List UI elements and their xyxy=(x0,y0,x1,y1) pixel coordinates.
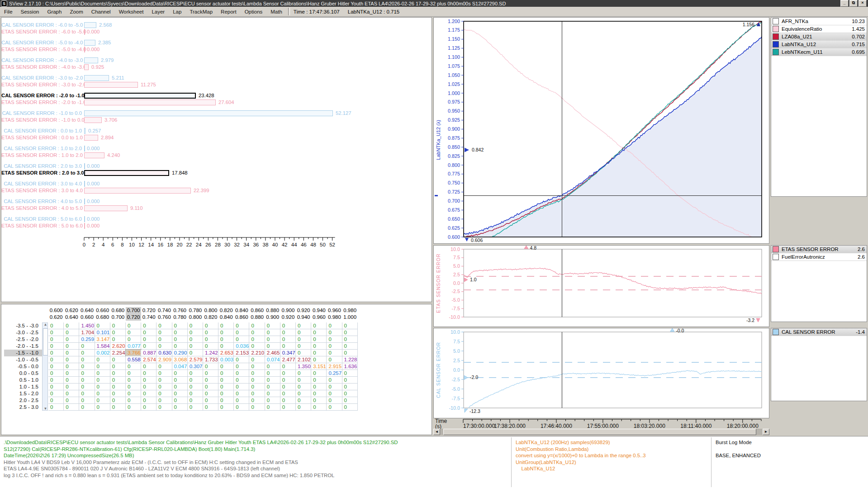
table-cell[interactable]: 0 xyxy=(249,363,265,370)
table-cell[interactable]: 0 xyxy=(157,404,172,411)
table-cell[interactable]: 0 xyxy=(296,384,311,390)
table-cell[interactable]: 0 xyxy=(188,322,203,329)
cal-bar[interactable] xyxy=(84,22,96,28)
col-header[interactable]: 0.9600.980 xyxy=(327,307,342,321)
table-cell[interactable]: 0 xyxy=(342,377,358,384)
scrollbar-thumb[interactable] xyxy=(443,429,756,435)
table-cell[interactable]: 0 xyxy=(64,363,79,370)
row-header[interactable]: -0.5 - 0.0 xyxy=(4,363,42,370)
legend-item[interactable]: CAL SENSOR ERROR-1.4 xyxy=(771,328,867,336)
table-cell[interactable]: 2.574 xyxy=(141,356,157,363)
table-cell[interactable]: 0 xyxy=(172,397,188,404)
table-cell[interactable]: 0 xyxy=(265,390,280,397)
table-cell[interactable]: 0 xyxy=(79,356,95,363)
table-cell[interactable]: 0 xyxy=(126,329,141,336)
table-cell[interactable]: 0 xyxy=(342,370,358,377)
row-header[interactable]: 1.5 - 2.0 xyxy=(4,390,42,397)
table-cell[interactable]: 0 xyxy=(110,322,126,329)
table-cell[interactable]: 0.003 xyxy=(218,356,234,363)
table-cell[interactable]: 0 xyxy=(311,356,327,363)
col-header[interactable]: 0.6800.700 xyxy=(110,307,126,321)
table-cell[interactable]: 3.147 xyxy=(95,336,110,343)
table-cell[interactable]: 0 xyxy=(48,397,64,404)
table-cell[interactable]: 0 xyxy=(296,329,311,336)
table-cell[interactable]: 2.915 xyxy=(327,363,342,370)
table-cell[interactable]: 0 xyxy=(203,336,218,343)
table-cell[interactable]: 0 xyxy=(327,390,342,397)
table-cell[interactable]: 0 xyxy=(265,336,280,343)
row-header[interactable]: 1.0 - 1.5 xyxy=(4,384,42,390)
table-cell[interactable]: 0 xyxy=(79,350,95,356)
etas-bar[interactable] xyxy=(84,170,169,176)
table-cell[interactable]: 0 xyxy=(48,390,64,397)
table-cell[interactable]: 0 xyxy=(280,343,296,350)
col-header[interactable]: 0.8400.860 xyxy=(234,307,249,321)
table-cell[interactable]: 0 xyxy=(280,397,296,404)
legend-item[interactable]: AFR_NTKa10.23 xyxy=(771,18,867,25)
col-header[interactable]: 0.8000.820 xyxy=(203,307,218,321)
table-cell[interactable]: 0 xyxy=(249,329,265,336)
table-cell[interactable]: 0 xyxy=(218,397,234,404)
table-cell[interactable]: 0 xyxy=(342,350,358,356)
table-cell[interactable]: 0 xyxy=(188,377,203,384)
table-cell[interactable]: 0.101 xyxy=(95,329,110,336)
menu-layer[interactable]: Layer xyxy=(147,8,169,15)
table-cell[interactable]: 0 xyxy=(188,390,203,397)
table-cell[interactable]: 0 xyxy=(280,390,296,397)
table-cell[interactable]: 2.102 xyxy=(296,356,311,363)
table-cell[interactable]: 2.465 xyxy=(265,350,280,356)
table-cell[interactable]: 0 xyxy=(311,336,327,343)
table-cell[interactable]: 0 xyxy=(203,322,218,329)
table-cell[interactable]: 0 xyxy=(79,370,95,377)
table-cell[interactable]: 0 xyxy=(203,370,218,377)
table-cell[interactable]: 0 xyxy=(218,390,234,397)
table-cell[interactable]: 0 xyxy=(157,363,172,370)
table-cell[interactable]: 0 xyxy=(64,370,79,377)
table-cell[interactable]: 0 xyxy=(265,329,280,336)
table-cell[interactable]: 0 xyxy=(48,377,64,384)
table-cell[interactable]: 0 xyxy=(48,363,64,370)
table-cell[interactable]: 1.450 xyxy=(79,322,95,329)
table-cell[interactable]: 2.477 xyxy=(280,356,296,363)
table-cell[interactable]: 0 xyxy=(249,384,265,390)
table-cell[interactable]: 0 xyxy=(141,370,157,377)
table-cell[interactable]: 0 xyxy=(234,384,249,390)
col-header[interactable]: 0.7800.800 xyxy=(188,307,203,321)
table-cell[interactable]: 0 xyxy=(126,397,141,404)
table-cell[interactable]: 0 xyxy=(327,336,342,343)
menu-trackmap[interactable]: TrackMap xyxy=(185,8,217,15)
menu-zoom[interactable]: Zoom xyxy=(66,8,87,15)
table-cell[interactable]: 0 xyxy=(342,336,358,343)
etas-bar[interactable] xyxy=(84,135,98,141)
table-cell[interactable]: 0 xyxy=(188,370,203,377)
legend-item[interactable]: EquivalenceRatio1.425 xyxy=(771,25,867,33)
cal-bar[interactable] xyxy=(84,57,98,63)
table-cell[interactable]: 0 xyxy=(203,397,218,404)
scroll-down-icon[interactable]: ▼ xyxy=(43,407,48,411)
table-cell[interactable]: 0 xyxy=(218,343,234,350)
table-cell[interactable]: 0 xyxy=(64,390,79,397)
table-cell[interactable]: 0 xyxy=(327,384,342,390)
legend-item[interactable]: LZA08a_U210.702 xyxy=(771,33,867,41)
table-cell[interactable]: 0 xyxy=(280,363,296,370)
col-header[interactable]: 0.6200.640 xyxy=(64,307,79,321)
table-cell[interactable]: 0 xyxy=(311,384,327,390)
table-cell[interactable]: 0 xyxy=(95,384,110,390)
table-cell[interactable]: 0 xyxy=(218,329,234,336)
table-cell[interactable]: 3.151 xyxy=(311,363,327,370)
table-cell[interactable]: 0 xyxy=(64,384,79,390)
table-cell[interactable]: 0 xyxy=(79,404,95,411)
table-cell[interactable]: 0 xyxy=(126,390,141,397)
table-cell[interactable]: 1.733 xyxy=(203,356,218,363)
row-header[interactable]: 2.0 - 2.5 xyxy=(4,397,42,404)
table-cell[interactable]: 0 xyxy=(188,384,203,390)
menu-lap[interactable]: Lap xyxy=(169,8,185,15)
cal-bar[interactable] xyxy=(84,216,85,222)
table-cell[interactable]: 1.242 xyxy=(203,350,218,356)
table-cell[interactable]: 0 xyxy=(203,363,218,370)
table-cell[interactable]: 0 xyxy=(327,404,342,411)
table-cell[interactable]: 0 xyxy=(265,377,280,384)
table-cell[interactable]: 1.350 xyxy=(296,363,311,370)
table-cell[interactable]: 0 xyxy=(234,329,249,336)
table-cell[interactable]: 0.290 xyxy=(172,350,188,356)
